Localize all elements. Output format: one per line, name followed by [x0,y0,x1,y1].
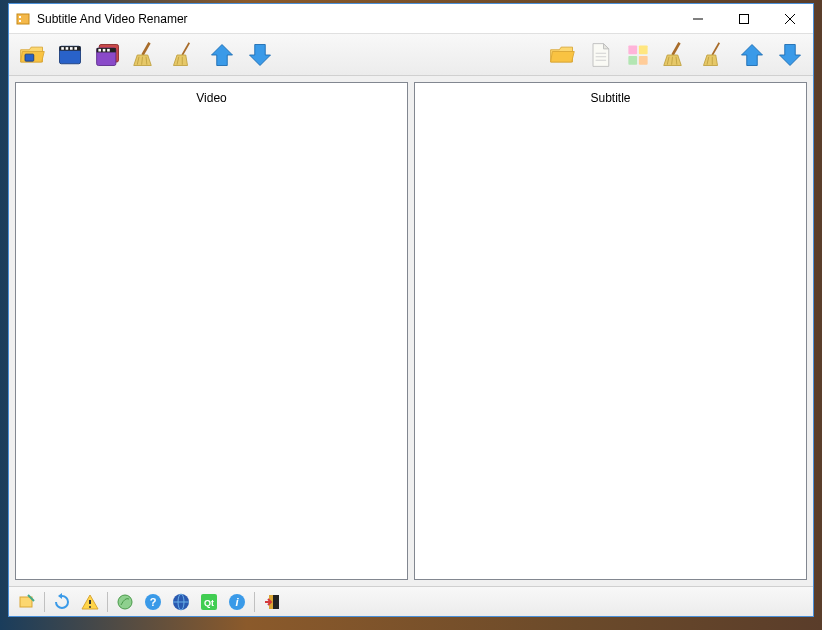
svg-rect-12 [70,47,73,50]
language-button[interactable] [168,589,194,615]
video-move-down-button[interactable] [242,37,278,73]
svg-rect-7 [25,54,34,61]
subtitle-panel-header: Subtitle [415,83,806,113]
close-button[interactable] [767,4,813,34]
web-button[interactable] [112,589,138,615]
refresh-icon [53,593,71,611]
svg-rect-31 [639,45,648,54]
add-subtitle-file-button[interactable] [582,37,618,73]
svg-rect-11 [66,47,69,50]
svg-line-20 [143,42,150,54]
qt-icon: Qt [200,593,218,611]
open-subtitle-folder-button[interactable] [544,37,580,73]
rename-icon [18,593,36,611]
arrow-down-icon [246,41,274,69]
help-icon: ? [144,593,162,611]
exit-icon [263,593,281,611]
add-videos-button[interactable] [90,37,126,73]
svg-line-24 [182,42,189,54]
separator-icon [44,592,45,612]
clear-subtitle-list-button[interactable] [658,37,694,73]
video-panel[interactable]: Video [15,82,408,580]
help-button[interactable]: ? [140,589,166,615]
window-title: Subtitle And Video Renamer [37,12,675,26]
svg-rect-32 [628,55,637,64]
folder-icon [548,41,576,69]
subtitle-panel[interactable]: Subtitle [414,82,807,580]
svg-rect-13 [74,47,77,50]
app-window: Subtitle And Video Renamer [8,3,814,617]
open-video-folder-button[interactable] [14,37,50,73]
info-icon: i [228,593,246,611]
clear-video-list-button[interactable] [128,37,164,73]
about-qt-button[interactable]: Qt [196,589,222,615]
main-toolbar [9,34,813,76]
arrow-up-icon [208,41,236,69]
clean-video-button[interactable] [166,37,202,73]
svg-rect-33 [639,55,648,64]
add-video-button[interactable] [52,37,88,73]
svg-rect-17 [98,48,101,51]
refresh-button[interactable] [49,589,75,615]
exit-button[interactable] [259,589,285,615]
brush-icon [170,41,198,69]
minimize-button[interactable] [675,4,721,34]
titlebar: Subtitle And Video Renamer [9,4,813,34]
svg-text:Qt: Qt [204,598,214,608]
content-area: Video Subtitle [9,76,813,586]
video-stack-icon [94,41,122,69]
separator-icon [107,592,108,612]
subtitle-move-down-button[interactable] [772,37,808,73]
svg-rect-18 [103,48,106,51]
app-icon [15,11,31,27]
folder-video-icon [18,41,46,69]
brush-icon [700,41,728,69]
rename-button[interactable] [14,589,40,615]
svg-rect-10 [61,47,64,50]
video-file-icon [56,41,84,69]
documents-color-icon [624,41,652,69]
svg-point-43 [89,606,91,608]
clean-subtitle-button[interactable] [696,37,732,73]
svg-rect-2 [19,20,21,22]
about-button[interactable]: i [224,589,250,615]
svg-rect-1 [19,16,21,18]
window-controls [675,4,813,34]
arrow-down-icon [776,41,804,69]
svg-rect-30 [628,45,637,54]
arrow-up-icon [738,41,766,69]
subtitle-move-up-button[interactable] [734,37,770,73]
svg-rect-4 [740,14,749,23]
separator-icon [254,592,255,612]
globe-icon [172,593,190,611]
svg-point-44 [118,595,132,609]
warning-button[interactable] [77,589,103,615]
broom-icon [132,41,160,69]
globe-leaf-icon [116,593,134,611]
svg-line-34 [673,42,680,54]
svg-text:?: ? [150,596,157,608]
video-move-up-button[interactable] [204,37,240,73]
document-icon [586,41,614,69]
video-panel-header: Video [16,83,407,113]
add-subtitle-files-button[interactable] [620,37,656,73]
broom-icon [662,41,690,69]
bottom-toolbar: ? Qt i [9,586,813,616]
svg-line-38 [712,42,719,54]
maximize-button[interactable] [721,4,767,34]
warning-icon [81,593,99,611]
svg-rect-0 [17,14,29,24]
svg-rect-19 [107,48,110,51]
